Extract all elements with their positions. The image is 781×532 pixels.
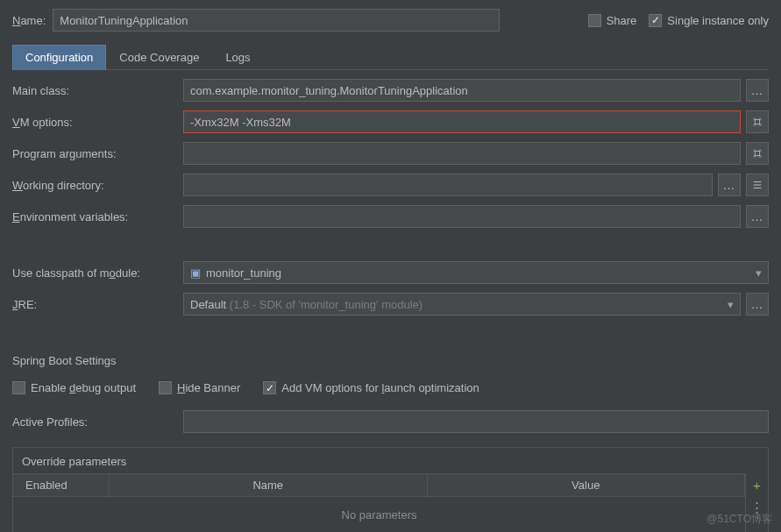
browse-main-class-button[interactable]: …	[746, 79, 769, 102]
enable-debug-checkbox[interactable]: Enable debug output	[12, 381, 136, 394]
tab-code-coverage[interactable]: Code Coverage	[106, 45, 212, 70]
chevron-down-icon: ▾	[728, 298, 734, 311]
expand-program-args-button[interactable]	[746, 142, 769, 165]
classpath-value: monitor_tuning	[206, 266, 281, 280]
active-profiles-input[interactable]	[183, 410, 769, 433]
single-instance-checkbox[interactable]: ✓ Single instance only	[649, 14, 769, 27]
program-args-input[interactable]	[183, 142, 741, 165]
name-label: Name:	[12, 14, 46, 27]
folder-icon: ▣	[190, 266, 201, 280]
expand-vm-options-button[interactable]	[746, 110, 769, 133]
more-icon: …	[751, 209, 764, 223]
enable-debug-label: Enable debug output	[31, 381, 136, 394]
tab-configuration[interactable]: Configuration	[12, 45, 106, 70]
classpath-select[interactable]: ▣monitor_tuning ▾	[183, 261, 769, 284]
browse-jre-button[interactable]: …	[746, 293, 769, 316]
classpath-label: Use classpath of module:	[12, 266, 183, 280]
add-vm-options-label: Add VM options for launch optimization	[281, 381, 479, 394]
env-vars-input[interactable]	[183, 205, 741, 228]
checkbox-icon: ✓	[649, 14, 662, 27]
override-table-empty: No parameters	[13, 497, 745, 532]
spring-settings-title: Spring Boot Settings	[12, 354, 769, 367]
tab-logs[interactable]: Logs	[212, 45, 263, 70]
col-enabled[interactable]: Enabled	[13, 474, 110, 496]
plus-icon: +	[753, 478, 761, 493]
expand-icon	[751, 116, 763, 128]
single-instance-label: Single instance only	[667, 14, 769, 27]
list-icon	[751, 179, 763, 191]
jre-label: JRE:	[12, 298, 183, 311]
hide-banner-checkbox[interactable]: Hide Banner	[159, 381, 240, 394]
checkbox-icon	[159, 381, 172, 394]
checkbox-icon	[588, 14, 601, 27]
override-table-header: Enabled Name Value	[13, 473, 745, 497]
override-params-title: Override parameters	[13, 453, 768, 473]
col-name[interactable]: Name	[110, 474, 428, 496]
working-dir-label: Working directory:	[12, 179, 183, 192]
svg-rect-1	[755, 151, 759, 155]
jre-value-main: Default	[190, 298, 230, 311]
jre-select[interactable]: Default (1.8 - SDK of 'monitor_tuning' m…	[183, 293, 741, 316]
env-vars-label: Environment variables:	[12, 210, 183, 223]
active-profiles-label: Active Profiles:	[12, 415, 183, 429]
tabs: Configuration Code Coverage Logs	[12, 44, 769, 70]
checkbox-icon	[12, 381, 25, 394]
add-vm-options-checkbox[interactable]: ✓ Add VM options for launch optimization	[263, 381, 479, 394]
share-label: Share	[607, 14, 637, 27]
chevron-down-icon: ▾	[756, 266, 762, 280]
col-value[interactable]: Value	[428, 474, 746, 496]
more-icon: …	[751, 297, 764, 311]
jre-value-detail: (1.8 - SDK of 'monitor_tuning' module)	[230, 298, 422, 311]
browse-working-dir-button[interactable]: …	[718, 174, 741, 196]
main-class-label: Main class:	[12, 84, 183, 97]
working-dir-macros-button[interactable]	[746, 174, 769, 196]
main-class-input[interactable]	[183, 79, 741, 102]
svg-rect-0	[755, 119, 759, 124]
share-checkbox[interactable]: Share	[588, 14, 637, 27]
working-dir-input[interactable]	[183, 174, 713, 196]
vm-options-input[interactable]	[183, 110, 741, 133]
more-icon: …	[723, 178, 736, 192]
more-icon: …	[751, 83, 764, 97]
vm-options-label: VM options:	[12, 116, 183, 129]
hide-banner-label: Hide Banner	[177, 381, 240, 394]
checkbox-icon: ✓	[263, 381, 276, 394]
name-input[interactable]	[53, 9, 500, 32]
watermark: @51CTO博客	[706, 512, 772, 527]
expand-icon	[751, 147, 763, 160]
add-parameter-button[interactable]: +	[746, 473, 768, 496]
browse-env-vars-button[interactable]: …	[746, 205, 769, 228]
program-args-label: Program arguments:	[12, 147, 183, 160]
